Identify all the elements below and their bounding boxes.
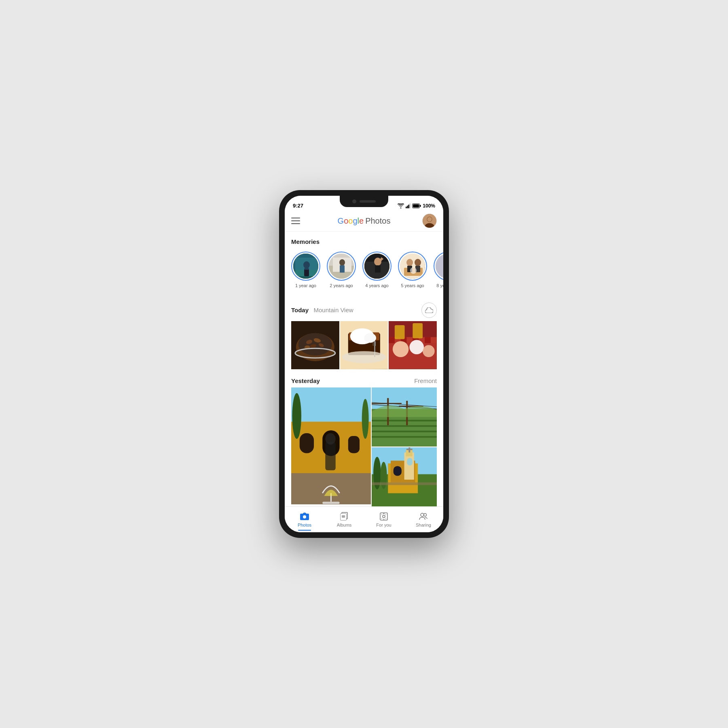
svg-rect-5 [413, 204, 419, 207]
svg-point-77 [292, 393, 301, 439]
memory-image-2years [329, 254, 354, 279]
for-you-icon [379, 512, 389, 521]
svg-point-19 [339, 259, 345, 266]
today-header: Today Mountain View [291, 298, 437, 321]
svg-rect-103 [406, 449, 413, 450]
status-icons: 100% [398, 203, 435, 209]
memory-item-2years[interactable]: 2 years ago [327, 252, 356, 288]
memory-label-5years: 5 years ago [401, 283, 424, 288]
photo-church[interactable] [372, 447, 437, 506]
svg-point-33 [410, 267, 417, 274]
nav-for-you-label: For you [376, 523, 391, 527]
svg-point-67 [410, 340, 424, 354]
photo-chocolate-dessert[interactable] [340, 321, 388, 369]
menu-button[interactable] [291, 214, 306, 228]
memories-title: Memories [285, 238, 443, 245]
svg-rect-1 [407, 206, 408, 209]
yesterday-label: Yesterday [291, 377, 320, 384]
app-header: Google Photos [285, 210, 443, 232]
svg-rect-82 [325, 442, 335, 470]
memory-label-1year: 1 year ago [295, 283, 316, 288]
today-photo-grid [291, 321, 437, 369]
wifi-icon [398, 203, 404, 208]
memories-scroll[interactable]: 1 year ago [285, 250, 443, 291]
photo-vineyard[interactable] [372, 387, 437, 447]
phone-screen: 9:27 [285, 196, 443, 532]
svg-rect-89 [372, 436, 437, 438]
memory-label-2years: 2 years ago [330, 283, 353, 288]
svg-point-78 [362, 399, 369, 439]
photo-winery[interactable] [291, 387, 371, 505]
svg-point-10 [427, 217, 432, 222]
photo-food-table[interactable] [389, 321, 437, 369]
svg-rect-81 [322, 502, 339, 504]
svg-point-66 [393, 341, 409, 357]
svg-rect-108 [372, 483, 437, 485]
app-logo: Google Photos [311, 216, 417, 226]
albums-icon [339, 512, 349, 521]
svg-point-55 [342, 351, 386, 363]
nav-photos[interactable]: Photos [285, 508, 324, 531]
svg-rect-34 [436, 254, 443, 279]
memory-item-1year[interactable]: 1 year ago [291, 252, 320, 288]
menu-line-3 [291, 223, 300, 224]
svg-rect-53 [373, 341, 373, 346]
memory-circle-4years [362, 252, 392, 281]
photo-pecan-pie[interactable] [291, 321, 339, 369]
phone-notch [340, 196, 388, 207]
nav-for-you[interactable]: For you [364, 508, 404, 531]
today-date-location: Today Mountain View [291, 307, 353, 314]
svg-rect-54 [375, 341, 376, 346]
svg-rect-24 [375, 265, 381, 273]
photos-icon [300, 512, 309, 521]
svg-point-31 [415, 259, 421, 266]
user-avatar[interactable] [422, 214, 437, 228]
menu-line-2 [291, 220, 300, 221]
signal-icon [406, 203, 411, 208]
svg-rect-87 [372, 425, 437, 427]
memory-image-5years [400, 254, 425, 279]
nav-sharing[interactable]: Sharing [404, 508, 443, 531]
logo-photos-text: Photos [365, 216, 390, 226]
svg-rect-100 [404, 453, 414, 480]
speaker [360, 200, 376, 203]
svg-rect-20 [340, 265, 345, 273]
memory-label-4years: 4 years ago [365, 283, 388, 288]
memory-item-8years[interactable]: 8 years ago [434, 252, 443, 288]
svg-point-116 [383, 515, 385, 518]
today-section: Today Mountain View [285, 298, 443, 369]
memory-circle-1year [291, 252, 320, 281]
nav-albums-label: Albums [337, 523, 352, 527]
memory-item-5years[interactable]: 5 years ago [398, 252, 427, 288]
svg-point-40 [298, 333, 332, 356]
memory-item-4years[interactable]: 4 years ago [362, 252, 392, 288]
menu-line-1 [291, 218, 300, 218]
svg-rect-2 [408, 205, 410, 208]
memory-image-4years [364, 254, 389, 279]
svg-rect-64 [425, 337, 431, 343]
today-label: Today [291, 307, 309, 313]
memory-circle-8years [434, 252, 443, 281]
svg-rect-58 [389, 337, 395, 343]
nav-albums[interactable]: Albums [324, 508, 364, 531]
cloud-button[interactable] [421, 303, 437, 318]
svg-rect-86 [372, 420, 437, 421]
sharing-icon [419, 512, 428, 521]
svg-rect-6 [420, 205, 421, 207]
memory-circle-2years [327, 252, 356, 281]
main-scroll-area[interactable]: Memories [285, 232, 443, 506]
memory-image-8years [436, 254, 443, 279]
memory-image-1year [293, 254, 318, 279]
today-location: Mountain View [314, 307, 353, 313]
svg-point-83 [325, 433, 335, 444]
memories-section: Memories [285, 232, 443, 294]
svg-rect-0 [406, 207, 407, 208]
phone-device: 9:27 [279, 190, 449, 538]
svg-rect-105 [407, 458, 412, 466]
yesterday-section: Yesterday Fremont [285, 372, 443, 506]
svg-rect-104 [394, 466, 402, 476]
svg-rect-65 [431, 337, 437, 343]
svg-point-68 [423, 345, 435, 357]
avatar-svg [423, 214, 436, 228]
svg-point-110 [303, 515, 306, 518]
